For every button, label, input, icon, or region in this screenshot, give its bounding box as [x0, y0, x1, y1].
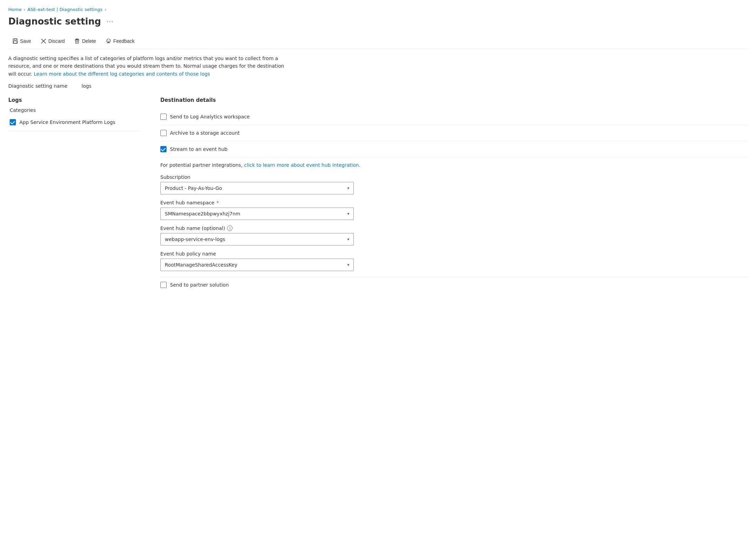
- setting-name-value: logs: [82, 83, 92, 89]
- save-icon: [12, 38, 18, 44]
- delete-label: Delete: [82, 38, 96, 44]
- hub-name-group: Event hub name (optional) i webapp-servi…: [160, 225, 748, 245]
- feedback-icon: [106, 38, 111, 44]
- svg-rect-1: [14, 39, 16, 40]
- hub-name-label: Event hub name (optional) i: [160, 225, 748, 231]
- setting-name-label: Diagnostic setting name: [8, 83, 77, 89]
- page-title-row: Diagnostic setting ···: [8, 16, 748, 27]
- save-button[interactable]: Save: [8, 36, 35, 46]
- subscription-value: Product - Pay-As-You-Go: [165, 185, 222, 191]
- main-content: Logs Categories App Service Environment …: [8, 97, 748, 293]
- breadcrumb-sep2: ›: [105, 7, 106, 12]
- logs-panel: Logs Categories App Service Environment …: [8, 97, 140, 134]
- delete-button[interactable]: Delete: [70, 36, 100, 46]
- dest-row-2[interactable]: Stream to an event hub: [160, 141, 748, 157]
- hub-name-value: webapp-service-env-logs: [165, 237, 225, 242]
- send-partner-checkbox[interactable]: [160, 282, 167, 288]
- partner-prefix: For potential partner integrations,: [160, 162, 243, 168]
- send-partner-label: Send to partner solution: [170, 282, 229, 288]
- dest-label-0: Send to Log Analytics workspace: [170, 114, 250, 119]
- logs-divider: [8, 131, 140, 131]
- destination-title: Destination details: [160, 97, 748, 103]
- discard-button[interactable]: Discard: [37, 36, 69, 46]
- event-hub-section: For potential partner integrations, clic…: [160, 157, 748, 271]
- subscription-label: Subscription: [160, 174, 748, 180]
- svg-rect-2: [13, 41, 17, 43]
- dest-checkbox-2[interactable]: [160, 146, 167, 152]
- partner-text: For potential partner integrations, clic…: [160, 162, 748, 169]
- dest-label-2: Stream to an event hub: [170, 146, 227, 152]
- svg-point-10: [107, 40, 108, 41]
- namespace-value: SMNamespace2bbpwyxhzj7nm: [165, 211, 240, 216]
- subscription-arrow-icon: ▾: [347, 186, 349, 191]
- dest-label-1: Archive to a storage account: [170, 130, 240, 136]
- discard-label: Discard: [48, 38, 65, 44]
- learn-more-link[interactable]: Learn more about the different log categ…: [34, 71, 210, 77]
- breadcrumb-resource[interactable]: ASE-ext-test | Diagnostic settings: [27, 7, 103, 12]
- send-partner-row[interactable]: Send to partner solution: [160, 277, 748, 293]
- namespace-group: Event hub namespace * SMNamespace2bbpwyx…: [160, 200, 748, 220]
- namespace-arrow-icon: ▾: [347, 211, 349, 216]
- policy-arrow-icon: ▾: [347, 262, 349, 267]
- log-category-label-0: App Service Environment Platform Logs: [19, 119, 115, 125]
- namespace-dropdown[interactable]: SMNamespace2bbpwyxhzj7nm ▾: [160, 208, 354, 220]
- page-title: Diagnostic setting: [8, 16, 101, 27]
- svg-point-11: [109, 40, 110, 41]
- breadcrumb-sep1: ›: [23, 7, 25, 12]
- save-label: Save: [20, 38, 31, 44]
- subscription-group: Subscription Product - Pay-As-You-Go ▾: [160, 174, 748, 194]
- ellipsis-button[interactable]: ···: [104, 17, 116, 26]
- delete-icon: [74, 38, 80, 44]
- policy-value: RootManageSharedAccessKey: [165, 262, 237, 268]
- destination-panel: Destination details Send to Log Analytic…: [160, 97, 748, 293]
- svg-rect-6: [75, 39, 79, 40]
- hub-name-info-icon[interactable]: i: [227, 225, 233, 231]
- subscription-dropdown[interactable]: Product - Pay-As-You-Go ▾: [160, 182, 354, 194]
- policy-dropdown[interactable]: RootManageSharedAccessKey ▾: [160, 259, 354, 271]
- feedback-button[interactable]: Feedback: [102, 36, 139, 46]
- dest-row-0[interactable]: Send to Log Analytics workspace: [160, 109, 748, 125]
- hub-name-arrow-icon: ▾: [347, 237, 349, 242]
- dest-checkbox-1[interactable]: [160, 130, 167, 136]
- partner-link[interactable]: click to learn more about event hub inte…: [244, 162, 360, 168]
- setting-name-row: Diagnostic setting name logs: [8, 83, 748, 89]
- namespace-label: Event hub namespace *: [160, 200, 748, 205]
- log-category-checkbox-0[interactable]: [10, 119, 16, 125]
- svg-rect-5: [76, 39, 78, 39]
- toolbar: Save Discard Delete: [8, 33, 748, 49]
- logs-section-title: Logs: [8, 97, 140, 103]
- policy-group: Event hub policy name RootManageSharedAc…: [160, 251, 748, 271]
- description-text: A diagnostic setting specifies a list of…: [8, 55, 292, 78]
- breadcrumb-home[interactable]: Home: [8, 7, 21, 12]
- discard-icon: [41, 38, 46, 44]
- dest-checkbox-0[interactable]: [160, 114, 167, 120]
- log-category-row-0[interactable]: App Service Environment Platform Logs: [8, 116, 140, 128]
- hub-name-dropdown[interactable]: webapp-service-env-logs ▾: [160, 233, 354, 245]
- breadcrumb: Home › ASE-ext-test | Diagnostic setting…: [8, 7, 748, 12]
- feedback-label: Feedback: [113, 38, 134, 44]
- dest-row-1[interactable]: Archive to a storage account: [160, 125, 748, 141]
- namespace-required-star: *: [216, 200, 219, 205]
- categories-label: Categories: [8, 107, 140, 113]
- policy-label: Event hub policy name: [160, 251, 748, 257]
